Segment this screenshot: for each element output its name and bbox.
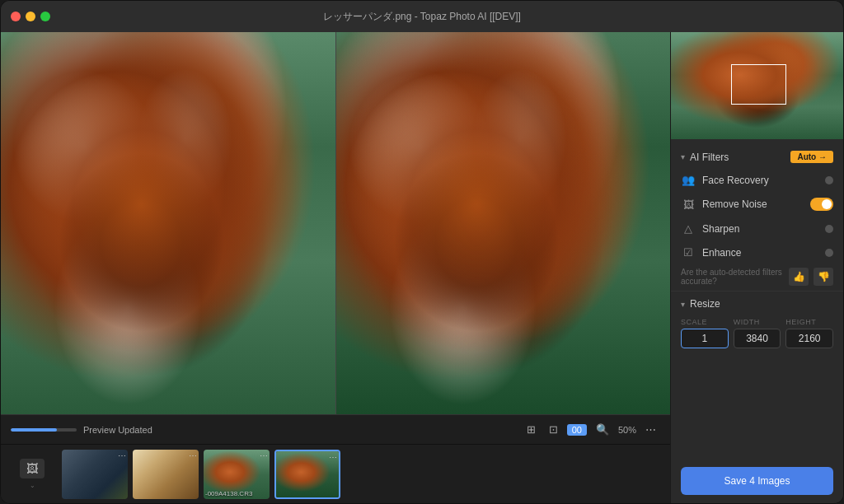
filmstrip: 🖼 ⌄ ⋯ ⋯ -009A4138.CR3 ⋯ bbox=[1, 444, 670, 503]
image-viewer: Preview Updated ⊞ ⊡ 00 🔍 50% ⋯ 🖼 ⌄ bbox=[1, 32, 670, 503]
viewer-controls: ⊞ ⊡ 00 🔍 50% ⋯ bbox=[523, 422, 660, 437]
filmstrip-label-3: -009A4138.CR3 bbox=[205, 490, 252, 497]
right-panel: ▾ AI Filters Auto → 👥 Face Recovery 🖼 Re… bbox=[670, 32, 843, 503]
filters-panel: ▾ AI Filters Auto → 👥 Face Recovery 🖼 Re… bbox=[671, 139, 843, 459]
ai-filters-chevron[interactable]: ▾ bbox=[681, 152, 685, 161]
feedback-row: Are the auto-detected filters accurate? … bbox=[671, 264, 843, 289]
remove-noise-toggle[interactable] bbox=[810, 198, 833, 211]
add-image-button[interactable]: 🖼 bbox=[20, 459, 45, 478]
filmstrip-item-2[interactable]: ⋯ bbox=[133, 450, 199, 499]
ai-filters-header: ▾ AI Filters Auto → bbox=[671, 146, 843, 168]
viewport-rect bbox=[731, 64, 786, 105]
filmstrip-item-4[interactable]: ⋯ bbox=[274, 450, 340, 499]
ai-filters-title: AI Filters bbox=[690, 152, 785, 163]
filmstrip-add-area: 🖼 ⌄ bbox=[7, 450, 57, 499]
enhance-label: Enhance bbox=[702, 247, 818, 259]
scale-field-group: SCALE bbox=[681, 318, 729, 348]
fullscreen-button[interactable] bbox=[40, 12, 50, 21]
minimize-button[interactable] bbox=[26, 12, 35, 21]
processed-image bbox=[336, 32, 671, 414]
filmstrip-more-1[interactable]: ⋯ bbox=[118, 451, 126, 460]
enhance-icon: ☑ bbox=[681, 246, 696, 259]
auto-badge[interactable]: Auto → bbox=[790, 151, 833, 163]
compare-button[interactable]: ⊡ bbox=[545, 422, 562, 437]
progress-fill bbox=[11, 428, 57, 432]
height-input[interactable] bbox=[785, 329, 833, 348]
height-label: HEIGHT bbox=[785, 318, 833, 326]
remove-noise-icon: 🖼 bbox=[681, 198, 696, 211]
original-image bbox=[1, 32, 335, 414]
width-input[interactable] bbox=[734, 329, 781, 348]
face-recovery-label: Face Recovery bbox=[702, 175, 818, 186]
sharpen-row: △ Sharpen bbox=[671, 217, 843, 240]
enhance-row: ☑ Enhance bbox=[671, 240, 843, 264]
viewer-bottom-bar: Preview Updated ⊞ ⊡ 00 🔍 50% ⋯ bbox=[1, 414, 670, 444]
resize-section: ▾ Resize SCALE WIDTH HEIGHT bbox=[671, 293, 843, 355]
dual-view-button[interactable]: 00 bbox=[567, 424, 587, 436]
save-button[interactable]: Save 4 Images bbox=[681, 467, 833, 495]
main-window: レッサーパンダ.png - Topaz Photo AI [[DEV]] bbox=[0, 0, 844, 504]
enhance-toggle[interactable] bbox=[825, 249, 833, 257]
filmstrip-more-2[interactable]: ⋯ bbox=[189, 451, 197, 460]
zoom-more-button[interactable]: ⋯ bbox=[641, 422, 660, 437]
divider bbox=[671, 291, 843, 292]
filmstrip-item-1[interactable]: ⋯ bbox=[62, 450, 128, 499]
resize-header: ▾ Resize bbox=[681, 293, 833, 315]
resize-title: Resize bbox=[690, 298, 720, 310]
processed-overlay bbox=[336, 32, 671, 414]
resize-chevron[interactable]: ▾ bbox=[681, 300, 685, 309]
thumbs-down-button[interactable]: 👎 bbox=[814, 268, 833, 286]
sharpen-toggle[interactable] bbox=[825, 225, 833, 233]
face-recovery-icon: 👥 bbox=[681, 174, 696, 186]
sharpen-label: Sharpen bbox=[702, 223, 818, 235]
zoom-out-button[interactable]: 🔍 bbox=[592, 422, 613, 437]
titlebar: レッサーパンダ.png - Topaz Photo AI [[DEV]] bbox=[1, 1, 843, 32]
sharpen-icon: △ bbox=[681, 222, 696, 235]
feedback-text: Are the auto-detected filters accurate? bbox=[681, 268, 784, 286]
height-field-group: HEIGHT bbox=[785, 318, 833, 348]
face-recovery-toggle[interactable] bbox=[825, 176, 833, 184]
remove-noise-label: Remove Noise bbox=[702, 198, 804, 210]
original-overlay bbox=[1, 32, 335, 414]
window-title: レッサーパンダ.png - Topaz Photo AI [[DEV]] bbox=[323, 10, 521, 24]
scale-input[interactable] bbox=[681, 329, 729, 348]
filmstrip-more-4[interactable]: ⋯ bbox=[329, 453, 337, 462]
remove-noise-row: 🖼 Remove Noise bbox=[671, 192, 843, 217]
filmstrip-more-3[interactable]: ⋯ bbox=[260, 451, 268, 460]
progress-bar bbox=[11, 428, 77, 432]
filmstrip-item-3[interactable]: -009A4138.CR3 ⋯ bbox=[204, 450, 270, 499]
thumbs-up-button[interactable]: 👍 bbox=[789, 268, 809, 286]
traffic-lights bbox=[11, 12, 50, 21]
processed-panel[interactable] bbox=[336, 32, 671, 414]
toggle-knob bbox=[822, 199, 832, 209]
zoom-level: 50% bbox=[618, 425, 636, 435]
thumbnail-preview bbox=[671, 32, 843, 139]
image-panels bbox=[1, 32, 670, 414]
scale-label: SCALE bbox=[681, 318, 729, 326]
preview-status: Preview Updated bbox=[83, 425, 152, 435]
save-button-container: Save 4 Images bbox=[671, 459, 843, 503]
width-field-group: WIDTH bbox=[734, 318, 781, 348]
original-panel[interactable] bbox=[1, 32, 336, 414]
resize-fields: SCALE WIDTH HEIGHT bbox=[681, 318, 833, 348]
filmstrip-label: ⌄ bbox=[30, 482, 35, 489]
main-content: Preview Updated ⊞ ⊡ 00 🔍 50% ⋯ 🖼 ⌄ bbox=[1, 32, 843, 503]
split-view-button[interactable]: ⊞ bbox=[523, 422, 540, 437]
close-button[interactable] bbox=[11, 12, 21, 21]
width-label: WIDTH bbox=[734, 318, 781, 326]
face-recovery-row: 👥 Face Recovery bbox=[671, 168, 843, 192]
